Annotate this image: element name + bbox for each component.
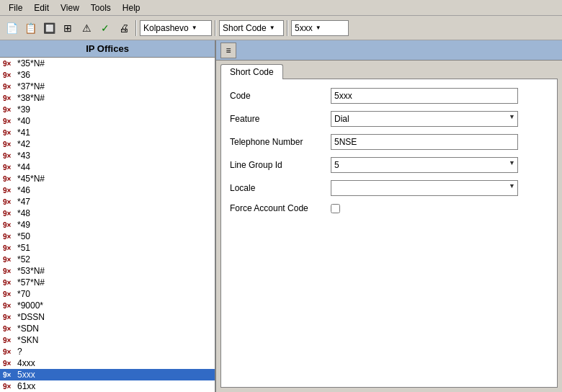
item-text: *35*N# <box>17 58 45 68</box>
list-item[interactable]: 9× *51 <box>0 242 215 254</box>
item-icon: 9× <box>3 117 14 125</box>
menu-edit[interactable]: Edit <box>28 1 55 14</box>
item-text: *40 <box>17 116 30 126</box>
filter-dropdown[interactable]: 5xxx ▼ <box>291 20 349 36</box>
list-item[interactable]: 9× *SKN <box>0 334 215 346</box>
location-dropdown[interactable]: Kolpashevo ▼ <box>140 20 212 36</box>
code-input[interactable] <box>331 88 518 104</box>
item-text: *39 <box>17 104 30 115</box>
item-text: *DSSN <box>17 312 45 322</box>
list-item[interactable]: 9× ? <box>0 346 215 357</box>
print-button[interactable]: 🖨 <box>115 19 133 37</box>
form-row-locale: Locale <box>230 180 548 196</box>
list-item[interactable]: 9× *49 <box>0 219 215 231</box>
item-text: 5xxx <box>17 370 35 380</box>
list-item[interactable]: 9× *57*N# <box>0 277 215 288</box>
right-panel-toolbar: ≡ <box>216 40 562 61</box>
menu-help[interactable]: Help <box>117 1 146 14</box>
telephone-label: Telephone Number <box>230 137 331 147</box>
item-text: *38*N# <box>17 93 45 103</box>
item-icon: 9× <box>3 94 14 102</box>
tab-short-code[interactable]: Short Code <box>220 64 283 79</box>
new-button[interactable]: 📄 <box>3 19 20 37</box>
main-container: IP Offices 9× *35*N# 9× *36 9× *37*N# 9×… <box>0 40 562 392</box>
list-item[interactable]: 9× *SDN <box>0 323 215 334</box>
menu-view[interactable]: View <box>55 1 85 14</box>
list-item[interactable]: 9× *53*N# <box>0 265 215 277</box>
form-row-code: Code <box>230 88 548 104</box>
category-dropdown[interactable]: Short Code ▼ <box>219 20 284 36</box>
item-text: ? <box>17 347 22 357</box>
list-item[interactable]: 9× *42 <box>0 138 215 150</box>
list-item[interactable]: 9× *44 <box>0 161 215 173</box>
left-panel: IP Offices 9× *35*N# 9× *36 9× *37*N# 9×… <box>0 40 216 392</box>
item-text: *48 <box>17 208 30 218</box>
list-item[interactable]: 9× *38*N# <box>0 92 215 104</box>
item-text: *45*N# <box>17 174 45 184</box>
item-icon: 9× <box>3 244 14 252</box>
item-text: *47 <box>17 197 30 207</box>
list-item[interactable]: 9× *70 <box>0 288 215 300</box>
item-text: *70 <box>17 289 30 299</box>
form-area: Code Feature Dial Transfer VoiceMail Par… <box>220 79 558 388</box>
item-text: *50 <box>17 231 30 241</box>
list-item[interactable]: 9× *39 <box>0 104 215 115</box>
list-item[interactable]: 9× *45*N# <box>0 173 215 184</box>
toolbar-sep-3 <box>287 20 288 36</box>
item-text: *46 <box>17 185 30 195</box>
item-text: *41 <box>17 128 30 138</box>
telephone-input[interactable] <box>331 134 518 150</box>
line-group-label: Line Group Id <box>230 160 331 170</box>
location-arrow: ▼ <box>192 24 197 31</box>
list-item[interactable]: 9× *9000* <box>0 300 215 311</box>
item-icon: 9× <box>3 141 14 148</box>
item-text: *36 <box>17 70 30 80</box>
list-item[interactable]: 9× 61xx <box>0 380 215 392</box>
tab-bar: Short Code <box>216 61 562 79</box>
list-item[interactable]: 9× *40 <box>0 115 215 127</box>
locale-select-wrapper <box>331 180 518 196</box>
menu-file[interactable]: File <box>3 1 28 14</box>
list-view-button[interactable]: ≡ <box>220 43 236 58</box>
list-item[interactable]: 9× *43 <box>0 150 215 161</box>
menu-bar: File Edit View Tools Help <box>0 0 562 16</box>
toolbar-btn-3[interactable]: 🔲 <box>40 19 58 37</box>
list-item[interactable]: 9× *46 <box>0 184 215 196</box>
item-icon: 9× <box>3 83 14 91</box>
open-button[interactable]: 📋 <box>22 19 39 37</box>
list-item[interactable]: 9× *50 <box>0 231 215 242</box>
feature-select-wrapper: Dial Transfer VoiceMail Park Unpark <box>331 111 518 127</box>
list-item[interactable]: 9× 5xxx <box>0 369 215 380</box>
toolbar-btn-4[interactable]: ⊞ <box>59 19 76 37</box>
check-button[interactable]: ✓ <box>97 19 114 37</box>
list-item[interactable]: 9× *41 <box>0 127 215 138</box>
list-item[interactable]: 9× *36 <box>0 69 215 81</box>
force-account-checkbox[interactable] <box>331 204 340 213</box>
feature-select[interactable]: Dial Transfer VoiceMail Park Unpark <box>331 111 518 127</box>
category-arrow: ▼ <box>269 24 275 31</box>
toolbar-sep-2 <box>215 20 216 36</box>
item-icon: 9× <box>3 267 14 275</box>
form-row-line-group: Line Group Id 0 1 2 3 4 5 <box>230 157 548 173</box>
item-icon: 9× <box>3 164 14 172</box>
right-panel: ≡ Short Code Code Feature Dial Transfer … <box>216 40 562 392</box>
list-item[interactable]: 9× *DSSN <box>0 311 215 323</box>
toolbar-sep-1 <box>135 20 137 36</box>
locale-select[interactable] <box>331 180 518 196</box>
list-item[interactable]: 9× *35*N# <box>0 58 215 69</box>
list-item[interactable]: 9× 4xxx <box>0 357 215 369</box>
item-icon: 9× <box>3 129 14 137</box>
left-panel-header: IP Offices <box>0 40 215 58</box>
item-icon: 9× <box>3 71 14 79</box>
item-text: *49 <box>17 220 30 230</box>
category-value: Short Code <box>223 23 267 33</box>
list-item[interactable]: 9× *48 <box>0 208 215 219</box>
item-icon: 9× <box>3 325 14 333</box>
line-group-select[interactable]: 0 1 2 3 4 5 <box>331 157 518 173</box>
list-item[interactable]: 9× *37*N# <box>0 81 215 92</box>
menu-tools[interactable]: Tools <box>85 1 117 14</box>
list-item[interactable]: 9× *47 <box>0 196 215 208</box>
list-item[interactable]: 9× *52 <box>0 254 215 265</box>
item-text: *37*N# <box>17 81 45 92</box>
warning-button[interactable]: ⚠ <box>78 19 95 37</box>
